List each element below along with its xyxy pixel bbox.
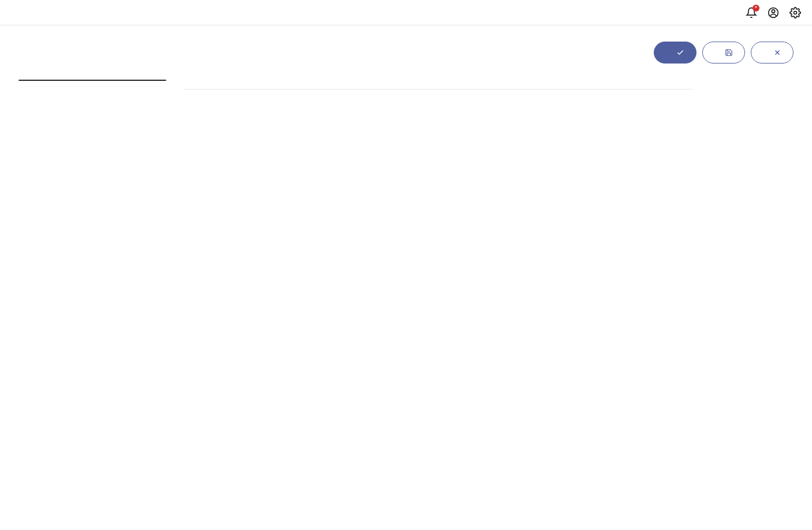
notifications-icon[interactable] [745,6,758,19]
save-button[interactable] [654,42,696,64]
svg-point-2 [794,11,797,14]
save-icon [725,48,733,57]
account-icon[interactable] [767,6,780,19]
topbar [0,0,812,25]
save-close-button[interactable] [702,42,745,64]
sidebar [18,80,166,81]
content [184,80,692,110]
divider [184,89,692,89]
notification-badge [753,5,759,12]
svg-point-1 [772,9,774,12]
action-buttons [654,42,794,64]
check-icon [676,48,684,57]
page-header [18,42,794,64]
close-icon [773,48,781,57]
settings-icon[interactable] [789,6,802,19]
cancel-button[interactable] [751,42,794,64]
